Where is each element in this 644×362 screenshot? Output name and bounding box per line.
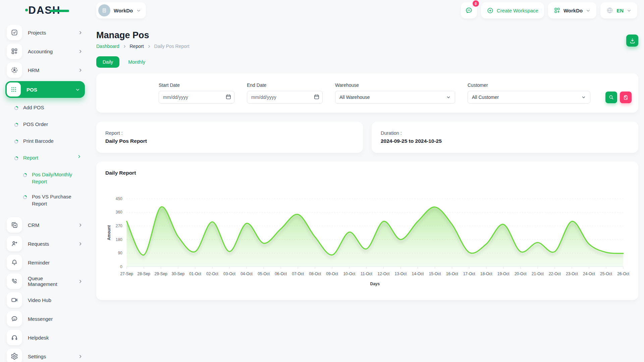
submenu-item-pos-daily-monthly-report[interactable]: Pos Daily/Monthly Report [23,171,83,185]
svg-text:450: 450 [116,196,122,201]
customer-select[interactable]: All Customer [468,91,590,104]
svg-text:16-Oct: 16-Oct [446,272,458,276]
chevron-down-icon [627,8,632,13]
create-workspace-button[interactable]: Create Workspace [481,2,544,18]
logo-dot [25,9,28,11]
submenu-item-print-barcode[interactable]: Print Barcode [14,137,83,145]
svg-text:14-Oct: 14-Oct [412,272,424,276]
workdo-menu-label: WorkDo [564,8,583,13]
svg-text:03-Oct: 03-Oct [223,272,235,276]
report-period-tabs: Daily Monthly [96,56,638,68]
chat-icon [465,6,473,14]
copy-plus-icon [7,217,22,233]
svg-text:09-Oct: 09-Oct [326,272,338,276]
warehouse-select[interactable]: All Warehouse [335,91,455,104]
report-value: Daily Pos Report [105,138,354,144]
workdo-menu-button[interactable]: WorkDo [548,2,596,18]
chevron-down-icon [75,87,80,92]
area-chart-svg: 09018027036045027-Sep28-Sep29-Sep30-Sep0… [105,187,629,293]
breadcrumb-report[interactable]: Report [130,44,144,49]
language-code: EN [616,8,624,13]
messages-button[interactable]: 0 [461,2,477,18]
duration-summary-card: Duration : 2024-09-25 to 2024-10-25 [372,122,638,153]
reset-filter-button[interactable] [620,92,632,103]
chevron-down-icon [581,95,586,100]
breadcrumb: Dashboard Report Daily Pos Report [96,44,638,49]
customer-field: Customer All Customer [468,82,590,104]
user-plus-icon [7,236,22,251]
sidebar-item-settings[interactable]: Settings [7,349,83,362]
svg-text:05-Oct: 05-Oct [258,272,270,276]
warehouse-label: Warehouse [335,82,455,88]
end-date-input[interactable] [247,91,323,104]
chevron-right-icon [78,30,83,35]
search-icon [608,95,614,100]
clear-filter-icon [623,95,629,100]
svg-text:270: 270 [116,224,122,228]
submenu-item-pos-order[interactable]: POS Order [14,121,83,129]
svg-text:Days: Days [370,282,380,286]
svg-text:25-Oct: 25-Oct [600,272,612,276]
chevron-right-icon [78,241,83,246]
grid-plus-icon [7,44,22,59]
sidebar-item-hrm[interactable]: HRM [7,62,83,78]
chevron-right-icon [78,68,83,73]
workspace-selector[interactable]: WorkDo [96,2,146,18]
sidebar-item-pos[interactable]: POS [5,81,85,98]
svg-text:07-Oct: 07-Oct [292,272,304,276]
chat-bubble-icon [7,311,22,326]
sidebar-item-projects[interactable]: Projects [7,25,83,40]
svg-text:13-Oct: 13-Oct [395,272,407,276]
language-selector[interactable]: EN [600,2,637,18]
plus-circle-icon [487,7,494,14]
submenu-item-add-pos[interactable]: Add POS [14,104,83,112]
svg-text:12-Oct: 12-Oct [378,272,390,276]
warehouse-selected-value: All Warehouse [339,95,370,100]
breadcrumb-current: Daily Pos Report [154,44,190,49]
chevron-down-icon [586,8,591,13]
chevron-right-icon [78,223,83,228]
sidebar-item-accounting[interactable]: Accounting [7,44,83,59]
chevron-down-icon [446,95,451,100]
download-button[interactable] [626,35,638,47]
submenu-item-report[interactable]: Report [14,154,83,162]
pos-submenu: Add POS POS Order Print Barcode Report [7,101,83,217]
report-label: Report : [105,130,354,136]
gear-icon [7,349,22,362]
phone-call-icon [7,274,22,289]
filter-actions [605,82,632,104]
chevron-right-icon [77,154,82,159]
chevron-right-icon [122,44,127,49]
sidebar-item-crm[interactable]: CRM [7,217,83,233]
svg-text:19-Oct: 19-Oct [497,272,509,276]
apply-filter-button[interactable] [605,92,617,103]
main-content: Manage Pos Dashboard Report Daily Pos Re… [89,21,644,300]
start-date-input[interactable] [159,91,234,104]
svg-text:02-Oct: 02-Oct [206,272,218,276]
daily-report-card: Daily Report 09018027036045027-Sep28-Sep… [96,162,638,300]
chevron-right-icon [78,354,83,359]
svg-text:360: 360 [116,210,122,215]
warehouse-field: Warehouse All Warehouse [335,82,455,104]
start-date-field: Start Date [159,82,234,104]
sidebar-item-reminder[interactable]: Reminder [7,255,83,270]
brand-logo[interactable]: DASH [0,4,89,16]
svg-text:04-Oct: 04-Oct [240,272,253,276]
sidebar-item-helpdesk[interactable]: Helpdesk [7,330,83,345]
sidebar-item-queue-management[interactable]: Queue Management [7,274,83,289]
workspace-avatar-icon [98,4,110,16]
sidebar-item-video-hub[interactable]: Video Hub [7,292,83,308]
globe-icon [606,7,613,14]
tab-daily[interactable]: Daily [96,56,119,68]
breadcrumb-dashboard[interactable]: Dashboard [96,44,119,49]
svg-text:24-Oct: 24-Oct [583,272,595,276]
sidebar-item-requests[interactable]: Requests [7,236,83,251]
dots-grid-icon [7,82,21,97]
submenu-item-pos-vs-purchase-report[interactable]: Pos VS Purchase Report [23,193,83,207]
report-submenu: Pos Daily/Monthly Report Pos VS Purchase… [14,171,83,207]
donut-bullet-icon [14,138,18,145]
tab-monthly[interactable]: Monthly [128,59,145,65]
download-icon [629,38,636,44]
svg-text:11-Oct: 11-Oct [361,272,373,276]
sidebar-item-messenger[interactable]: Messenger [7,311,83,326]
